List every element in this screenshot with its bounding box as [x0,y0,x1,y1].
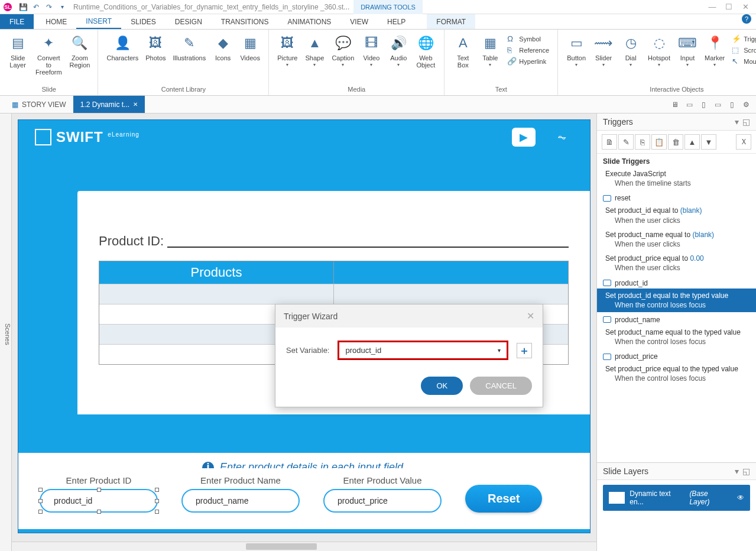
mouse-button[interactable]: ↖Mouse ▾ [731,56,756,67]
marker-button[interactable]: 📍Marker▾ [701,32,728,69]
product-value-input[interactable]: product_price [323,489,442,513]
text-box-button[interactable]: AText Box [449,32,476,70]
slider-button[interactable]: ⟿Slider▾ [590,32,617,69]
characters-button[interactable]: 👤Characters [103,32,142,63]
scenes-rail[interactable]: Scenes [0,114,12,551]
tab-animations[interactable]: ANIMATIONS [278,14,341,29]
dialog-title-bar[interactable]: Trigger Wizard ✕ [275,304,543,328]
gear-icon[interactable]: ⚙ [739,98,752,111]
trigger-item[interactable]: Execute JavaScript When the timeline sta… [597,167,756,190]
symbol-button[interactable]: ΩSymbol [506,33,550,44]
audio-button[interactable]: 🔊Audio▾ [385,32,412,69]
variables-button[interactable]: Ｘ [736,134,751,150]
scene-tab-active[interactable]: 1.2 Dynamic t... ✕ [73,96,145,113]
tab-format[interactable]: FORMAT [427,14,475,29]
panel-popout-icon[interactable]: ◱ [742,466,750,476]
tablet-landscape-icon[interactable]: ▭ [683,98,696,111]
icons-button[interactable]: ◆Icons [209,32,236,63]
save-icon[interactable]: 💾 [17,1,30,14]
ok-button[interactable]: OK [421,377,463,395]
object-icon [603,195,611,202]
tab-design[interactable]: DESIGN [166,14,212,29]
phone-landscape-icon[interactable]: ▭ [711,98,724,111]
minimize-icon[interactable]: — [705,2,719,11]
shape-button[interactable]: ▲Shape▾ [301,32,328,69]
reset-button[interactable]: Reset [465,485,542,513]
phone-portrait-icon[interactable]: ▯ [725,98,738,111]
tab-insert[interactable]: INSERT [76,14,121,29]
dial-button[interactable]: ◷Dial▾ [617,32,644,69]
trigger-item[interactable]: Set product_price equal to the typed val… [597,362,756,385]
trigger-object-product-name[interactable]: product_name [597,312,756,325]
base-layer-item[interactable]: Dynamic text en... (Base Layer) 👁 [603,485,750,511]
input-button[interactable]: ⌨Input▾ [674,32,701,69]
scrollbar-thumb[interactable] [246,543,317,550]
dialog-close-icon[interactable]: ✕ [527,310,534,322]
trigger-object-product-id[interactable]: product_id [597,276,756,289]
panel-collapse-icon[interactable]: ▾ [735,466,739,476]
delete-trigger-button[interactable]: 🗑 [668,134,683,150]
new-trigger-button[interactable]: 🗎 [602,134,617,150]
qat-dropdown-icon[interactable]: ▾ [56,1,69,14]
trigger-button[interactable]: ⚡Trigger [731,33,756,44]
trigger-item[interactable]: Set product_id equal to (blank) When the… [597,203,756,227]
tab-view[interactable]: VIEW [340,14,378,29]
videos-button[interactable]: ▦Videos [236,32,264,63]
caption-button[interactable]: 💬Caption▾ [328,32,358,69]
paste-trigger-button[interactable]: 📋 [651,134,667,150]
edit-trigger-button[interactable]: ✎ [618,134,634,150]
redo-icon[interactable]: ↷ [43,1,56,14]
convert-freeform-button[interactable]: ✦Convert to Freeform [31,32,66,77]
add-variable-button[interactable]: ＋ [517,343,532,358]
trigger-item[interactable]: Set product_price equal to 0.00 When the… [597,251,756,275]
ribbon-group-label: Media [348,86,365,94]
tab-help[interactable]: HELP [378,14,415,29]
trigger-object-product-price[interactable]: product_price [597,349,756,362]
product-id-input[interactable]: product_id [40,489,158,513]
tab-file[interactable]: FILE [0,14,34,29]
title-bar: SL 💾 ↶ ↷ ▾ Runtime_Conditions_or_Variabl… [0,0,756,14]
zoom-region-button[interactable]: 🔍Zoom Region [66,32,93,70]
trigger-item[interactable]: Set product_name equal to the typed valu… [597,325,756,349]
tab-transitions[interactable]: TRANSITIONS [212,14,278,29]
app-badge-icon: SL [4,3,12,11]
maximize-icon[interactable]: ☐ [722,2,736,11]
reference-button[interactable]: ⎘Reference [506,44,550,56]
tab-slides[interactable]: SLIDES [121,14,166,29]
cancel-button[interactable]: CANCEL [470,377,532,395]
story-view-tab[interactable]: ▦ STORY VIEW [5,96,73,113]
scrolling-panel-button[interactable]: ⬚Scrolling Panel [731,44,756,56]
slide-layer-button[interactable]: ▤Slide Layer [5,32,31,70]
button-button[interactable]: ▭Button▾ [563,32,590,69]
desktop-icon[interactable]: 🖥 [669,98,682,111]
trigger-item-selected[interactable]: Set product_id equal to the typed value … [597,289,756,312]
horizontal-scrollbar[interactable] [12,542,596,551]
close-icon[interactable]: ✕ [738,2,752,11]
tab-home[interactable]: HOME [36,14,76,29]
tablet-portrait-icon[interactable]: ▯ [697,98,710,111]
picture-button[interactable]: 🖼Picture▾ [274,32,301,69]
move-up-button[interactable]: ▲ [684,134,700,150]
panel-collapse-icon[interactable]: ▾ [735,117,739,127]
hyperlink-button[interactable]: 🔗Hyperlink [506,56,550,67]
ribbon-group-text: AText Box ▦Table▾ ΩSymbol ⎘Reference 🔗Hy… [444,30,558,95]
slide-layers-panel-header: Slide Layers ▾ ◱ [597,462,756,480]
trigger-item[interactable]: Set product_name equal to (blank) When t… [597,228,756,251]
visibility-icon[interactable]: 👁 [737,494,744,502]
move-down-button[interactable]: ▼ [701,134,716,150]
video-button[interactable]: 🎞Video▾ [358,32,385,69]
web-object-button[interactable]: 🌐Web Object [412,32,439,70]
hotspot-button[interactable]: ◌Hotspot▾ [644,32,674,69]
undo-icon[interactable]: ↶ [30,1,43,14]
help-icon[interactable]: ? [742,14,751,24]
product-name-input[interactable]: product_name [181,489,300,513]
photos-button[interactable]: 🖼Photos [142,32,169,63]
table-button[interactable]: ▦Table▾ [476,32,504,69]
variable-combobox[interactable]: product_id ▾ [338,341,508,360]
illustrations-button[interactable]: ✎Illustrations [170,32,210,63]
panel-popout-icon[interactable]: ◱ [742,117,750,127]
trigger-object-reset[interactable]: reset [597,190,756,203]
close-tab-icon[interactable]: ✕ [133,101,138,108]
copy-trigger-button[interactable]: ⎘ [635,134,650,150]
rss-icon: ⏦ [550,128,573,147]
